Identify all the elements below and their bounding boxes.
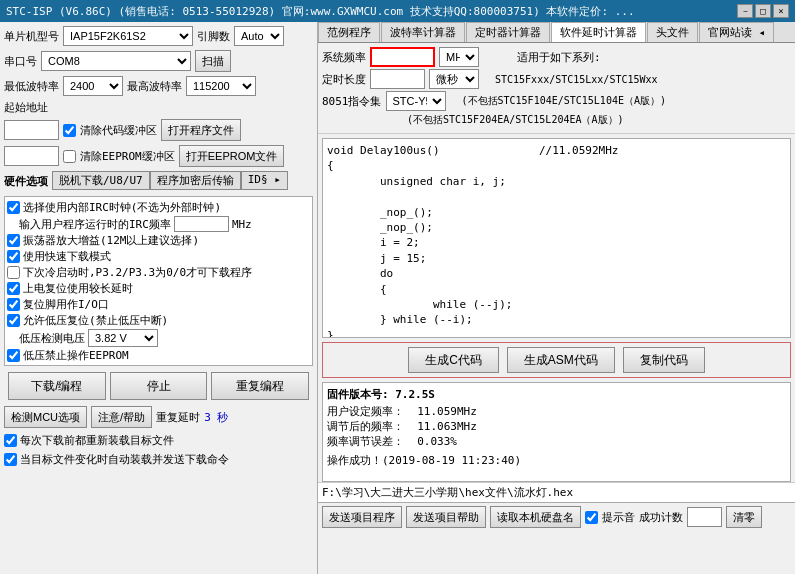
instr-set-row: 8051指令集 STC-Y5 (不包括STC15F104E/STC15L104E… [322, 91, 791, 111]
start-addr-input[interactable]: 0x0000 [4, 120, 59, 140]
detect-row: 检测MCU选项 注意/帮助 重复延时 3 秒 [4, 406, 313, 428]
minimize-button[interactable]: － [737, 4, 753, 18]
hw-tab-1[interactable]: 程序加密后传输 [150, 171, 241, 190]
clear-button[interactable]: 清零 [726, 506, 762, 528]
cb-wdt-label: 上电复位时由硬件自动启动看门狗 [23, 364, 188, 366]
cb-resetpin[interactable] [7, 298, 20, 311]
cb-row-7: 低压禁止操作EEPROM [7, 348, 310, 363]
generate-c-button[interactable]: 生成C代码 [408, 347, 499, 373]
cb-row-1: 振荡器放大增益(12M以上建议选择) [7, 233, 310, 248]
min-baud-select[interactable]: 2400 [63, 76, 123, 96]
cb-irc-clock[interactable] [7, 201, 20, 214]
cb-row-3: 下次冷启动时,P3.2/P3.3为0/0才可下载程序 [7, 265, 310, 280]
generate-asm-button[interactable]: 生成ASM代码 [507, 347, 615, 373]
cb-coldstart[interactable] [7, 266, 20, 279]
cb-row-volt: 低压检测电压 3.82 V [19, 329, 310, 347]
hw-tab-0[interactable]: 脱机下载/U8/U7 [52, 171, 150, 190]
close-button[interactable]: × [773, 4, 789, 18]
eeprom-addr-input[interactable]: 0x0000 [4, 146, 59, 166]
min-baud-label: 最低波特率 [4, 79, 59, 94]
clear-code-checkbox[interactable] [63, 124, 76, 137]
cb-row-6: 允许低压复位(禁止低压中断) [7, 313, 310, 328]
delay-time-row: 定时长度 100 微秒 STC15Fxxx/STC15Lxx/STC15Wxx [322, 69, 791, 89]
code-display: void Delay100us() //11.0592MHz { unsigne… [322, 138, 791, 338]
max-baud-select[interactable]: 115200 [186, 76, 256, 96]
help-button[interactable]: 注意/帮助 [91, 406, 152, 428]
open-eeprom-button[interactable]: 打开EEPROM文件 [179, 145, 285, 167]
clear-eeprom-checkbox[interactable] [63, 150, 76, 163]
clock-select[interactable]: Auto [234, 26, 284, 46]
tab-website[interactable]: 官网站读 ◂ [699, 22, 774, 42]
port-row: 串口号 COM8 扫描 [4, 50, 313, 72]
firmware-details: 用户设定频率： 11.059MHz 调节后的频率： 11.063MHz 频率调节… [327, 404, 786, 449]
clear-code-label: 清除代码缓冲区 [80, 123, 157, 138]
cb-row-8: 上电复位时由硬件自动启动看门狗 [7, 364, 310, 366]
sys-freq-input[interactable]: 11.0592 [370, 47, 435, 67]
cb-fast[interactable] [7, 250, 20, 263]
scan-button[interactable]: 扫描 [195, 50, 231, 72]
sound-label: 提示音 [602, 510, 635, 525]
instr-set-select[interactable]: STC-Y5 [386, 91, 446, 111]
reprogram-button[interactable]: 重复编程 [211, 372, 309, 400]
volt-detect-select[interactable]: 3.82 V [88, 329, 158, 347]
tab-header[interactable]: 头文件 [647, 22, 698, 42]
hardware-label: 硬件选项 [4, 174, 48, 189]
max-baud-label: 最高波特率 [127, 79, 182, 94]
freq-delay-row: 系统频率 11.0592 MHz 适用于如下系列: [322, 47, 791, 67]
title-bar: STC-ISP (V6.86C) (销售电话: 0513-55012928) 官… [0, 0, 795, 22]
download-button[interactable]: 下载/编程 [8, 372, 106, 400]
cb-osc-label: 振荡器放大增益(12M以上建议选择) [23, 233, 199, 248]
cb-wdt[interactable] [7, 365, 20, 366]
auto-command-row: 当目标文件变化时自动装载并发送下载命令 [4, 452, 313, 467]
mcu-select[interactable]: IAP15F2K61S2 [63, 26, 193, 46]
open-program-button[interactable]: 打开程序文件 [161, 119, 241, 141]
cb-row-5: 复位脚用作I/O口 [7, 297, 310, 312]
port-select[interactable]: COM8 [41, 51, 191, 71]
port-label: 串口号 [4, 54, 37, 69]
send-help-button[interactable]: 发送项目帮助 [406, 506, 486, 528]
read-mac-button[interactable]: 读取本机硬盘名 [490, 506, 581, 528]
send-program-button[interactable]: 发送项目程序 [322, 506, 402, 528]
main-action-buttons: 下载/编程 停止 重复编程 [4, 368, 313, 404]
delay-settings: 系统频率 11.0592 MHz 适用于如下系列: 定时长度 100 微秒 ST… [318, 43, 795, 134]
sys-freq-unit-select[interactable]: MHz [439, 47, 479, 67]
tab-baud[interactable]: 波特率计算器 [381, 22, 465, 42]
sys-freq-label: 系统频率 [322, 50, 366, 65]
auto-load-checkbox[interactable] [4, 434, 17, 447]
maximize-button[interactable]: □ [755, 4, 771, 18]
delay-time-label: 定时长度 [322, 72, 366, 87]
tab-examples[interactable]: 范例程序 [318, 22, 380, 42]
delay-unit-select[interactable]: 微秒 [429, 69, 479, 89]
retry-value: 3 秒 [204, 410, 228, 425]
irc-freq-input[interactable]: 11.0592 [174, 216, 229, 232]
cb-eeprom-label: 低压禁止操作EEPROM [23, 348, 129, 363]
auto-load-label: 每次下载前都重新装载目标文件 [20, 433, 174, 448]
tab-timer[interactable]: 定时器计算器 [466, 22, 550, 42]
hardware-tabs: 脱机下载/U8/U7 程序加密后传输 ID§ ▸ [52, 171, 288, 190]
applicable-line-0: STC15Fxxx/STC15Lxx/STC15Wxx [495, 74, 658, 85]
cb-reset[interactable] [7, 282, 20, 295]
file-path: F:\学习\大二进大三小学期\hex文件\流水灯.hex [322, 486, 573, 499]
mcu-label: 单片机型号 [4, 29, 59, 44]
mcu-row: 单片机型号 IAP15F2K61S2 引脚数 Auto [4, 26, 313, 46]
cb-lvr[interactable] [7, 314, 20, 327]
cb-eeprom[interactable] [7, 349, 20, 362]
output-area: 固件版本号: 7.2.5S 用户设定频率： 11.059MHz 调节后的频率： … [322, 382, 791, 482]
copy-code-button[interactable]: 复制代码 [623, 347, 705, 373]
tab-delay[interactable]: 软件延时计算器 [551, 22, 646, 42]
sound-checkbox[interactable] [585, 511, 598, 524]
applicable-label: 适用于如下系列: [517, 50, 601, 65]
file-path-row: F:\学习\大二进大三小学期\hex文件\流水灯.hex [318, 482, 795, 502]
stop-button[interactable]: 停止 [110, 372, 208, 400]
cb-reset-label: 上电复位使用较长延时 [23, 281, 133, 296]
detect-button[interactable]: 检测MCU选项 [4, 406, 87, 428]
cb-row-4: 上电复位使用较长延时 [7, 281, 310, 296]
auto-command-checkbox[interactable] [4, 453, 17, 466]
applicable-line-2-row: (不包括STC15F204EA/STC15L204EA（A版）) [407, 113, 791, 127]
irc-freq-label: 输入用户程序运行时的IRC频率 [19, 217, 171, 232]
hw-tab-2[interactable]: ID§ ▸ [241, 171, 288, 190]
delay-time-input[interactable]: 100 [370, 69, 425, 89]
success-count-input[interactable]: 120 [687, 507, 722, 527]
cb-osc[interactable] [7, 234, 20, 247]
cb-fast-label: 使用快速下载模式 [23, 249, 111, 264]
